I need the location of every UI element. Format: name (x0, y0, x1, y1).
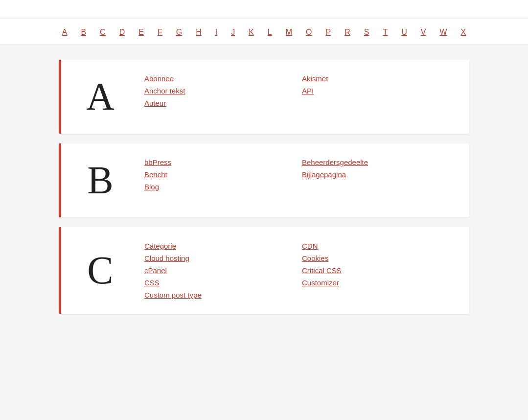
term-link-customizer[interactable]: Customizer (302, 279, 459, 287)
letter-nav-f[interactable]: F (151, 28, 169, 37)
section-a: AAbonneeAnchor tekstAuteurAkismetAPI (59, 60, 469, 134)
letter-display-b: B (61, 143, 139, 217)
letter-nav-o[interactable]: O (299, 28, 319, 37)
letter-nav-a[interactable]: A (55, 28, 74, 37)
term-link-categorie[interactable]: Categorie (144, 242, 302, 250)
letter-nav-i[interactable]: I (208, 28, 224, 37)
term-link-custom-post-type[interactable]: Custom post type (144, 291, 302, 299)
letter-nav-w[interactable]: W (433, 28, 454, 37)
letter-nav-d[interactable]: D (113, 28, 132, 37)
letter-nav-p[interactable]: P (319, 28, 338, 37)
term-link-anchor-tekst[interactable]: Anchor tekst (144, 87, 302, 95)
letter-nav-inner: ABCDEFGHIJKLMOPRSTUVWX (0, 28, 528, 37)
letter-nav-u[interactable]: U (394, 28, 414, 37)
search-header (0, 0, 528, 19)
letter-links-col1-a: AbonneeAnchor tekstAuteur (144, 74, 302, 119)
term-link-cdn[interactable]: CDN (302, 242, 459, 250)
term-link-blog[interactable]: Blog (144, 183, 302, 191)
letter-nav-m[interactable]: M (279, 28, 299, 37)
term-link-bericht[interactable]: Bericht (144, 170, 302, 179)
letter-display-c: C (61, 227, 139, 314)
term-link-bijlagepagina[interactable]: Bijlagepagina (302, 170, 459, 179)
term-link-cpanel[interactable]: cPanel (144, 266, 302, 275)
term-link-cookies[interactable]: Cookies (302, 254, 459, 262)
letter-links-area-b: bbPressBerichtBlogBeheerdersgedeelteBijl… (139, 143, 469, 217)
letter-links-col2-b: BeheerdersgedeelteBijlagepagina (302, 158, 459, 203)
letter-nav-c[interactable]: C (93, 28, 113, 37)
letter-nav-r[interactable]: R (338, 28, 357, 37)
letter-links-area-a: AbonneeAnchor tekstAuteurAkismetAPI (139, 60, 469, 134)
term-link-bbpress[interactable]: bbPress (144, 158, 302, 166)
letter-links-col1-c: CategorieCloud hostingcPanelCSSCustom po… (144, 242, 302, 299)
letter-nav-l[interactable]: L (261, 28, 279, 37)
letter-nav-h[interactable]: H (189, 28, 208, 37)
term-link-auteur[interactable]: Auteur (144, 99, 302, 107)
letter-display-a: A (61, 60, 139, 134)
letter-nav-s[interactable]: S (357, 28, 376, 37)
letter-links-col2-a: AkismetAPI (302, 74, 459, 119)
letter-links-col1-b: bbPressBerichtBlog (144, 158, 302, 203)
term-link-beheerdersgedeelte[interactable]: Beheerdersgedeelte (302, 158, 459, 166)
letter-nav-x[interactable]: X (454, 28, 473, 37)
page-wrapper: ABCDEFGHIJKLMOPRSTUVWX AAbonneeAnchor te… (0, 0, 528, 343)
section-c: CCategorieCloud hostingcPanelCSSCustom p… (59, 227, 469, 314)
letter-nav-j[interactable]: J (224, 28, 242, 37)
letter-links-col2-c: CDNCookiesCritical CSSCustomizer (302, 242, 459, 299)
section-b: BbbPressBerichtBlogBeheerdersgedeelteBij… (59, 143, 469, 217)
term-link-critical-css[interactable]: Critical CSS (302, 266, 459, 275)
letter-nav: ABCDEFGHIJKLMOPRSTUVWX (0, 19, 528, 45)
term-link-css[interactable]: CSS (144, 279, 302, 287)
term-link-abonnee[interactable]: Abonnee (144, 74, 302, 83)
letter-nav-g[interactable]: G (169, 28, 189, 37)
letter-nav-v[interactable]: V (414, 28, 433, 37)
term-link-cloud-hosting[interactable]: Cloud hosting (144, 254, 302, 262)
letter-nav-k[interactable]: K (242, 28, 261, 37)
letter-nav-t[interactable]: T (376, 28, 394, 37)
letter-nav-e[interactable]: E (132, 28, 151, 37)
term-link-akismet[interactable]: Akismet (302, 74, 459, 83)
term-link-api[interactable]: API (302, 87, 459, 95)
letter-links-area-c: CategorieCloud hostingcPanelCSSCustom po… (139, 227, 469, 314)
letter-nav-b[interactable]: B (74, 28, 93, 37)
main-content: AAbonneeAnchor tekstAuteurAkismetAPIBbbP… (0, 45, 528, 343)
